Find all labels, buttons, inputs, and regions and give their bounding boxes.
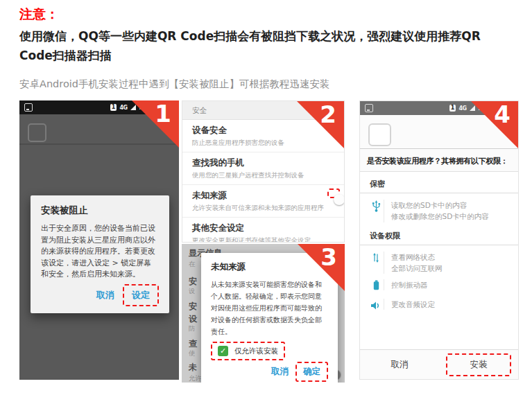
item-title: 查找我的手机	[192, 157, 334, 169]
item-desc: 更改安全更新和证书存储等其他安全设定	[192, 236, 334, 243]
screenshot-notification-icon	[365, 104, 373, 112]
install-button[interactable]: 安装	[470, 359, 488, 369]
permission-line: 更改音频设定	[391, 299, 435, 310]
network-type-indicator: 4G	[119, 105, 127, 111]
dimmed-bg-text: 设	[189, 313, 197, 325]
app-icon-placeholder	[368, 123, 391, 146]
audio-icon	[368, 299, 384, 313]
section-header-device: 设备权限	[360, 225, 518, 245]
section-header-privacy: 保密	[360, 173, 518, 193]
settings-item-other-security[interactable]: 其他安全设定 更改安全更新和证书存储等其他安全设定	[182, 218, 344, 243]
phone-screenshot-4: 1 4G 7 是否安装该应用程序？其将拥有以下权限： 保密	[359, 100, 519, 380]
checkbox-label: 仅允许该安装	[234, 346, 278, 356]
dimmed-bg-text: 使	[189, 349, 196, 358]
permission-row-storage: 读取您的SD卡中的内容 修改或删除您的SD卡中的内容	[360, 197, 518, 225]
usb-storage-icon	[368, 200, 384, 215]
permissions-list: 保密 读取您的SD卡中的内容 修改或删除您的SD卡中的内容	[360, 171, 518, 350]
permission-line: 查看网络状态	[391, 252, 443, 263]
cancel-button[interactable]: 取消	[96, 289, 114, 301]
subtitle-text: 安卓Android手机安装过程中遇到【安装被阻止】可根据教程迅速安装	[19, 78, 330, 91]
notice-label: 注意：	[19, 6, 59, 24]
tutorial-page: 注意： 使用微信，QQ等一些内建QR Code扫描会有被阻挡下载之状况，强烈建议…	[0, 0, 532, 395]
network-arrows-icon	[368, 252, 384, 265]
allow-once-highlight: ✓ 仅允许该安装	[211, 342, 285, 360]
step-number: 3	[320, 245, 337, 270]
dimmed-bg-text: 查	[189, 338, 197, 350]
step-number: 2	[320, 102, 336, 128]
vibration-icon	[368, 279, 384, 293]
dimmed-bg-text: 在	[189, 260, 196, 269]
cancel-button[interactable]: 取消	[271, 366, 289, 378]
permission-row-vibration: 控制振动器	[360, 276, 518, 296]
item-title: 其他安全设定	[192, 222, 334, 234]
install-button-bar: 取消 安装	[360, 349, 518, 379]
settings-item-find-my-phone[interactable]: 查找我的手机 使用您的三星账户远程查找并控制设备	[182, 152, 344, 185]
notification-count-badge: 1	[110, 104, 117, 111]
dialog-buttons: 取消 设定	[41, 284, 159, 306]
install-prompt-title: 是否安装该应用程序？其将拥有以下权限：	[367, 156, 508, 166]
permission-line: 控制振动器	[391, 279, 428, 290]
warning-text: 使用微信，QQ等一些内建QR Code扫描会有被阻挡下载之状况，强烈建议使用推荐…	[19, 27, 509, 65]
divider	[360, 148, 518, 149]
dimmed-bg-text: 安	[189, 301, 197, 313]
permission-row-audio: 更改音频设定	[360, 296, 518, 315]
phone-screenshot-2: 安全 设备安全 防止恶意应用程序损害您的设备 查找我的手机 使用您的三星账户远程…	[182, 100, 345, 243]
permission-line: 读取您的SD卡中的内容	[391, 200, 489, 211]
settings-button-highlight[interactable]: 设定	[123, 284, 159, 306]
dialog-buttons: 取消 确定	[211, 362, 328, 382]
cancel-button[interactable]: 取消	[391, 359, 409, 371]
install-button-highlight[interactable]: 安装	[446, 353, 510, 376]
screenshot-notification-icon	[24, 103, 33, 112]
permission-text: 查看网络状态 全部访问互联网	[384, 252, 443, 274]
item-desc: 允许安装来自可信来源和未知来源的应用程序	[192, 204, 334, 213]
settings-button[interactable]: 设定	[132, 290, 150, 300]
dimmed-bg-text: 防	[189, 324, 196, 333]
permission-text: 控制振动器	[384, 279, 428, 290]
network-type-indicator: 4G	[458, 105, 466, 112]
phone-screenshot-3: 显示信息 在 安 设 安 设 防 查 使 未 允许安装来自可信来源和未知来源的应…	[182, 244, 345, 383]
dimmed-bg-text: 未	[189, 362, 197, 374]
step-number: 4	[494, 102, 510, 128]
permission-text: 更改音频设定	[384, 299, 435, 310]
permission-line: 修改或删除您的SD卡中的内容	[391, 211, 489, 222]
step-number: 1	[155, 101, 171, 127]
app-icon-placeholder	[28, 123, 46, 142]
permission-row-network: 查看网络状态 全部访问互联网	[360, 249, 518, 277]
item-title: 未知来源	[192, 190, 334, 202]
notification-count-badge: 1	[449, 105, 456, 112]
dimmed-bg-text: 设	[189, 287, 196, 296]
dialog-body: 出于安全原因，您的设备当前已设置为阻止安装从三星应用商店以外的来源获得的应用程序…	[41, 223, 159, 281]
checkbox-checked-icon[interactable]: ✓	[218, 346, 228, 356]
dimmed-bg-text: 安	[189, 276, 197, 288]
permission-text: 读取您的SD卡中的内容 修改或删除您的SD卡中的内容	[384, 200, 489, 222]
item-desc: 使用您的三星账户远程查找并控制设备	[192, 171, 334, 180]
ok-button-highlight[interactable]: 确定	[295, 362, 328, 382]
dialog-title: 安装被阻止	[41, 204, 159, 217]
toggle-knob	[334, 194, 345, 205]
phone-screenshot-1: 1 4G 7 安装被阻止 出于安全原因，您的设备当前已设置为阻止安装从三星应用商…	[19, 100, 179, 380]
unknown-sources-toggle-highlight	[327, 188, 340, 198]
ok-button[interactable]: 确定	[303, 366, 320, 376]
permission-line: 全部访问互联网	[391, 263, 443, 274]
install-blocked-dialog: 安装被阻止 出于安全原因，您的设备当前已设置为阻止安装从三星应用商店以外的来源获…	[31, 195, 169, 313]
settings-item-unknown-sources[interactable]: 未知来源 允许安装来自可信来源和未知来源的应用程序	[182, 185, 344, 218]
